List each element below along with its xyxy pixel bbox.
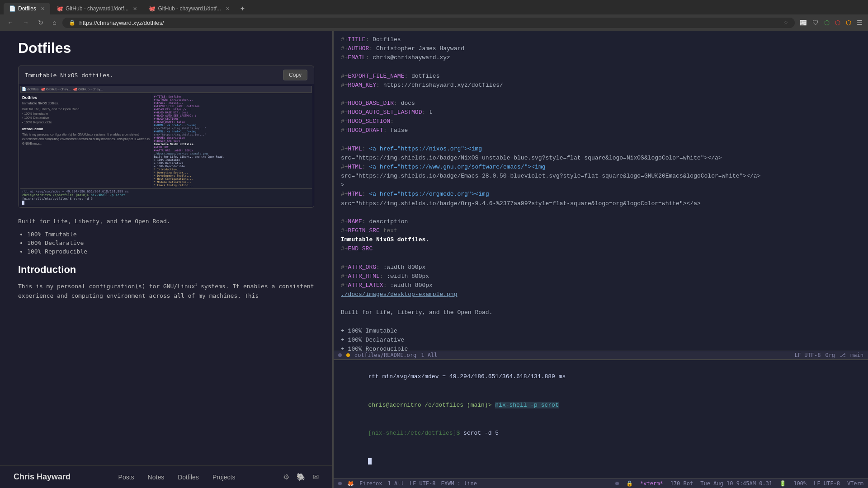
terminal-area[interactable]: rtt min/avg/max/mdev = 49.294/186.651/36… — [334, 359, 868, 479]
tab-favicon-github1: 🐙 — [57, 5, 63, 12]
tab-close-dotfiles[interactable]: ✕ — [41, 6, 45, 12]
tab-dotfiles[interactable]: 📄 Dotfiles ✕ — [4, 3, 50, 14]
footer-nav-projects[interactable]: Projects — [212, 474, 236, 481]
terminal-shell-prompt: [nix-shell:/etc/dotfiles]$ — [368, 430, 460, 436]
copy-button[interactable]: Copy — [283, 70, 307, 80]
bottom-vterm-count: 170 Bot — [670, 480, 693, 487]
footer-nav-dotfiles[interactable]: Dotfiles — [178, 474, 199, 481]
main-layout: Dotfiles Immutable NixOS dotfiles. Copy … — [0, 31, 868, 488]
editor-line: > — [341, 181, 861, 190]
menu-icon[interactable]: ☰ — [856, 18, 863, 27]
editor-line: + 100% Declarative — [341, 336, 861, 345]
code-block-wrapper: Immutable NixOS dotfiles. Copy 📄 dotfile… — [18, 66, 314, 208]
footer-brand: Chris Hayward — [14, 472, 71, 482]
tab-github2[interactable]: 🐙 GitHub - chayward1/dotf... ✕ — [143, 3, 235, 14]
status-dot-left — [338, 482, 342, 485]
mini-terminal: rtt min/avg/max/mdev = 49.294/186.651/36… — [20, 188, 312, 206]
editor-line: #+BEGIN_SRC text — [341, 226, 861, 235]
url-text: https://chrishayward.xyz/dotfiles/ — [79, 19, 780, 26]
list-item-reproducible: 100% Reproducible — [27, 248, 314, 255]
bottom-battery: 100% — [793, 480, 807, 487]
bottom-status-bar: 🦊 Firefox 1 All LF UTF-8 EXWM : line 🔒 *… — [334, 479, 868, 488]
bottom-status-right: 🔒 *vterm* 170 Bot Tue Aug 10 9:45AM 0.31… — [615, 480, 863, 487]
editor-status-dot — [338, 353, 342, 357]
star-icon[interactable]: ☆ — [783, 19, 788, 26]
browser-content: Dotfiles Immutable NixOS dotfiles. Copy … — [0, 31, 332, 488]
editor-branch: main — [850, 352, 863, 358]
editor-line: + 100% Immutable — [341, 327, 861, 336]
mastodon-icon[interactable]: 🐘 — [297, 473, 306, 481]
footer-nav-posts[interactable]: Posts — [118, 474, 134, 481]
editor-line — [341, 136, 861, 145]
editor-line: #+END_SRC — [341, 244, 861, 253]
new-tab-button[interactable]: + — [236, 3, 249, 14]
bottom-mode-left: EXWM : line — [441, 480, 477, 487]
editor-line: #+HTML: <a href="https://www.gnu.org/sof… — [341, 163, 861, 172]
bottom-encoding-right: LF UTF-8 — [814, 480, 840, 487]
code-block-header: Immutable NixOS dotfiles. Copy — [19, 66, 314, 84]
browser-chrome: 📄 Dotfiles ✕ 🐙 GitHub - chayward1/dotf..… — [0, 0, 868, 31]
tab-github1[interactable]: 🐙 GitHub - chayward1/dotf... ✕ — [51, 3, 142, 14]
website-footer: Chris Hayward Posts Notes Dotfiles Proje… — [0, 465, 332, 488]
github-icon[interactable]: ⚙ — [283, 473, 289, 481]
bottom-battery-icon: 🔋 — [779, 480, 786, 487]
editor-encoding: LF UTF-8 — [795, 352, 821, 358]
screenshot-container: 📄 dotfiles 🐙 GitHub - chay... 🐙 GitHub -… — [19, 84, 314, 207]
editor-line: src="https://img.shields.io/badge/Org-9.… — [341, 199, 861, 208]
tab-label-github2: GitHub - chayward1/dotf... — [158, 5, 221, 12]
terminal-prompt: chris@acernitro /e/dotfiles (main)> — [368, 402, 491, 408]
extension3-icon[interactable]: ⬡ — [845, 18, 852, 27]
shield-icon[interactable]: 🛡 — [811, 18, 820, 27]
home-button[interactable]: ⌂ — [50, 17, 59, 28]
editor-line: src="https://img.shields.io/badge/NixOS-… — [341, 154, 861, 163]
editor-line: #+HUGO_DRAFT: false — [341, 126, 861, 135]
tab-close-github2[interactable]: ✕ — [226, 6, 230, 12]
editor-line — [341, 90, 861, 99]
nav-bar: ← → ↻ ⌂ 🔒 https://chrishayward.xyz/dotfi… — [0, 14, 868, 31]
terminal-shell-cmd: scrot -d 5 — [463, 430, 499, 436]
reader-icon[interactable]: 📰 — [798, 18, 808, 27]
url-bar[interactable]: 🔒 https://chrishayward.xyz/dotfiles/ ☆ — [62, 18, 795, 28]
tab-close-github1[interactable]: ✕ — [133, 6, 137, 12]
editor-line: Built for Life, Liberty, and the Open Ro… — [341, 308, 861, 317]
bottom-mode-right: VTerm — [847, 480, 863, 487]
reload-button[interactable]: ↻ — [35, 17, 46, 28]
tab-label-dotfiles: Dotfiles — [18, 5, 36, 12]
editor-link[interactable]: ./docs/images/desktop-example.png — [341, 290, 861, 299]
website-content: Dotfiles Immutable NixOS dotfiles. Copy … — [0, 31, 332, 465]
extension2-icon[interactable]: ⬡ — [834, 18, 841, 27]
bottom-firefox-label: Firefox — [359, 480, 382, 487]
list-item-immutable: 100% Immutable — [27, 231, 314, 238]
bottom-status-left: 🦊 Firefox 1 All LF UTF-8 EXWM : line — [338, 480, 477, 487]
bottom-browser-icon: 🦊 — [347, 480, 354, 487]
forward-button[interactable]: → — [20, 17, 32, 28]
bottom-lock-icon: 🔒 — [626, 480, 633, 487]
bottom-vterm-label: *vterm* — [640, 480, 663, 487]
page-body: Dotfiles Immutable NixOS dotfiles. Copy … — [0, 31, 332, 314]
bottom-encoding-left: LF UTF-8 — [410, 480, 436, 487]
tab-favicon-dotfiles: 📄 — [9, 5, 15, 12]
status-dot-right — [615, 482, 619, 485]
editor-line: Immutable NixOS dotfiles. — [341, 235, 861, 244]
editor-line: #+ATTR_ORG: :width 800px — [341, 263, 861, 272]
terminal-cursor — [368, 458, 372, 465]
editor-line: #+HUGO_BASE_DIR: docs — [341, 99, 861, 108]
editor-line — [341, 253, 861, 263]
tab-favicon-github2: 🐙 — [149, 5, 155, 12]
terminal-cursor-line — [340, 448, 862, 476]
bottom-datetime: Tue Aug 10 9:45AM 0.31 — [700, 480, 772, 487]
mini-title: Dotfiles — [22, 95, 150, 100]
footer-nav-notes[interactable]: Notes — [148, 474, 165, 481]
feature-list: 100% Immutable 100% Declarative 100% Rep… — [18, 231, 314, 255]
editor-line: #+AUTHOR: Christopher James Hayward — [341, 44, 861, 53]
editor-line: #+NAME: description — [341, 217, 861, 226]
terminal-shell-line: [nix-shell:/etc/dotfiles]$ scrot -d 5 — [340, 419, 862, 447]
intro-paragraph: This is my personal configuration(s) for… — [18, 282, 314, 301]
mini-left-panel: Dotfiles Immutable NixOS dotfiles. Built… — [20, 94, 151, 188]
extension1-icon[interactable]: ⬡ — [823, 18, 830, 27]
mini-text: Immutable NixOS dotfiles. Built for Life… — [22, 101, 150, 146]
editor-area[interactable]: #+TITLE: Dotfiles #+AUTHOR: Christopher … — [334, 31, 868, 351]
body-text: Built for Life, Liberty, and the Open Ro… — [18, 217, 314, 226]
back-button[interactable]: ← — [5, 17, 16, 28]
email-icon[interactable]: ✉ — [313, 473, 319, 481]
